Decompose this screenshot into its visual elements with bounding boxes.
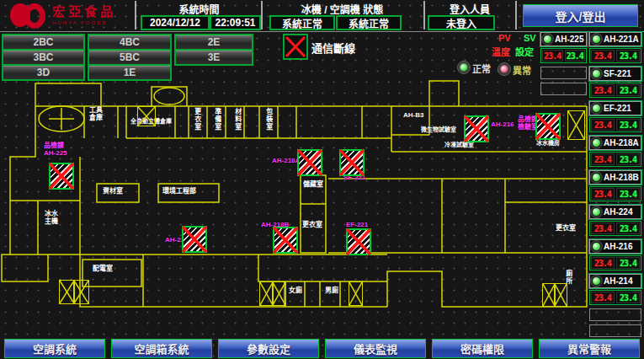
- unit-row-ah-224[interactable]: AH-224: [589, 205, 641, 219]
- unit-sv-value: 23.4: [616, 50, 640, 62]
- unit-sv-value: 23.4: [616, 292, 640, 303]
- room-label: 冰水 主機: [45, 211, 58, 226]
- unit-column-right: AH-221A23.423.4SF-22123.423.4EF-22123.42…: [589, 32, 641, 340]
- room-label: 冰水機房: [536, 140, 560, 147]
- nav-hvac-system-button[interactable]: 空調系統: [4, 339, 105, 358]
- unit-status-led: [592, 35, 601, 44]
- unit-name-label: EF-221: [604, 104, 631, 113]
- nav-alarm-button[interactable]: 異常警報: [539, 339, 640, 358]
- unit-row-ah-225[interactable]: AH-225: [540, 32, 587, 46]
- room-label: 男廁: [325, 287, 338, 295]
- unit-values: 23.423.4: [589, 186, 641, 201]
- shaft-x-symbol: [259, 281, 274, 306]
- sv-header: SV: [524, 33, 536, 43]
- nav-password-auth-button[interactable]: 密碼權限: [432, 339, 533, 358]
- unit-name-label: AH-225: [555, 35, 583, 44]
- floor-button-2e[interactable]: 2E: [174, 34, 253, 51]
- abnormal-legend: 異常: [498, 62, 531, 78]
- unit-row-ah-218b[interactable]: AH-218B: [589, 170, 641, 185]
- ahu-device-comm-loss-icon[interactable]: [339, 149, 365, 176]
- device-label: 品檢課 AH-225: [44, 142, 67, 158]
- system-time-value: 22:09:51: [210, 15, 261, 30]
- unit-name-label: AH-214: [604, 276, 632, 286]
- normal-lamp-icon: [458, 62, 470, 73]
- unit-row-ah-214[interactable]: AH-214: [589, 274, 641, 288]
- unit-pv-value: 23.4: [591, 84, 615, 96]
- ahu-device-comm-loss-icon[interactable]: [49, 163, 74, 190]
- unit-values: 23.423.4: [589, 152, 641, 167]
- floor-button-4bc[interactable]: 4BC: [88, 34, 172, 51]
- room-label: 包裝室: [264, 108, 272, 131]
- floor-button-3e[interactable]: 3E: [174, 49, 253, 66]
- ahu-device-comm-loss-icon[interactable]: [464, 115, 489, 142]
- ahu-device-comm-loss-icon[interactable]: [297, 149, 322, 176]
- sv-name-label: 設定: [515, 45, 534, 58]
- floor-button-3bc[interactable]: 3BC: [2, 49, 85, 66]
- unit-row-ah-221a[interactable]: AH-221A: [589, 32, 641, 46]
- normal-legend: 正常: [458, 61, 491, 76]
- shaft-x-symbol: [554, 283, 567, 307]
- shaft-x-symbol: [137, 106, 156, 126]
- unit-pv-value: 23.4: [591, 119, 615, 131]
- unit-values: 23.423.4: [589, 255, 641, 271]
- login-logout-button[interactable]: 登入/登出: [523, 4, 638, 27]
- ahu-device-comm-loss-icon[interactable]: [535, 113, 561, 140]
- room-label: 儲藏室: [303, 181, 323, 189]
- unit-name-label: AH-218B: [604, 173, 639, 182]
- unit-status-led: [592, 104, 601, 113]
- floor-button-1e[interactable]: 1E: [88, 64, 172, 81]
- header-divider: [423, 1, 425, 29]
- unit-sv-value: 23.4: [616, 153, 640, 165]
- ahu-device-comm-loss-icon[interactable]: [346, 228, 371, 255]
- unit-pv-value: 23.4: [591, 153, 615, 165]
- floor-button-2bc[interactable]: 2BC: [2, 34, 85, 51]
- header-divider: [135, 1, 136, 29]
- ahu-device-comm-loss-icon[interactable]: [182, 226, 207, 253]
- shaft-x-symbol: [59, 280, 75, 304]
- room-label: 更衣室: [556, 225, 576, 233]
- shaft-x-symbol: [567, 110, 585, 140]
- shaft-x-symbol: [73, 280, 89, 304]
- unit-row-ah-218a[interactable]: AH-218A: [589, 136, 641, 150]
- unit-row-ef-221[interactable]: EF-221: [589, 101, 641, 115]
- hmi-screen: 宏亞食品 HUNYA FOODS 系統時間 2024/12/12 22:09:5…: [0, 0, 644, 359]
- unit-sv-value: 23.4: [616, 188, 640, 200]
- floor-button-5bc[interactable]: 5BC: [88, 49, 172, 66]
- unit-values: 23.4 23.4: [540, 48, 587, 63]
- chiller-status-value: 系統正常: [269, 15, 335, 30]
- login-user-title: 登入人員: [426, 2, 514, 16]
- room-label: 資材室: [103, 188, 123, 196]
- room-label: 配電室: [93, 265, 113, 273]
- unit-row-ah-216[interactable]: AH-216: [589, 239, 641, 254]
- room-label: 全自動立體倉庫: [130, 118, 172, 125]
- unit-sv-value: 23.4: [616, 257, 640, 269]
- nav-parameter-set-button[interactable]: 參數設定: [218, 339, 319, 358]
- header-divider: [515, 1, 517, 29]
- unit-values: 23.423.4: [589, 117, 641, 132]
- unit-sv-value: 23.4: [616, 119, 640, 131]
- unit-name-label: AH-216: [604, 242, 632, 251]
- empty-slot: [540, 83, 587, 95]
- empty-slot: [589, 324, 641, 337]
- nav-meter-monitor-button[interactable]: 儀表監視: [325, 339, 426, 358]
- ahu-device-comm-loss-icon[interactable]: [273, 227, 298, 254]
- header: 宏亞食品 HUNYA FOODS 系統時間 2024/12/12 22:09:5…: [0, 0, 644, 32]
- unit-sv-value: 23.4: [616, 84, 640, 96]
- pv-name-label: 溫度: [492, 45, 510, 58]
- unit-status-led: [592, 276, 601, 286]
- unit-sv-value: 23.4: [565, 50, 586, 62]
- unit-status-led: [592, 173, 601, 182]
- unit-row-sf-221[interactable]: SF-221: [589, 67, 641, 81]
- unit-values: 23.423.4: [589, 48, 641, 63]
- nav-ahu-system-button[interactable]: 空調箱系統: [111, 339, 212, 358]
- comm-loss-icon: [283, 34, 308, 60]
- ahu-status-value: 系統正常: [336, 15, 402, 30]
- unit-status-led: [543, 35, 552, 44]
- unit-pv-value: 23.4: [591, 292, 615, 303]
- brand-name: 宏亞食品: [52, 5, 116, 18]
- abnormal-label: 異常: [513, 66, 531, 76]
- system-time-title: 系統時間: [137, 2, 261, 16]
- unit-name-label: AH-224: [604, 207, 632, 217]
- system-date-value: 2024/12/12: [141, 15, 210, 30]
- floor-button-3d[interactable]: 3D: [2, 64, 85, 81]
